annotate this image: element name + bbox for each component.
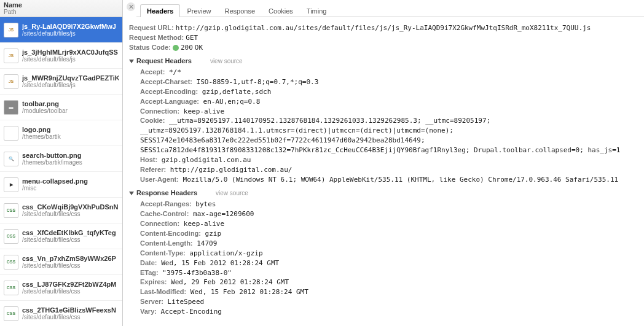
header-row: ETag: "3975-4f3b0a38-0"	[140, 268, 638, 278]
list-item[interactable]: logo.png/themes/bartik	[0, 120, 122, 146]
header-row: Cache-Control: max-age=1209600	[140, 209, 638, 219]
item-name: search-button.png	[22, 152, 82, 159]
file-type-icon: CSS	[4, 255, 18, 270]
list-item[interactable]: CSScss_LJ87GFKz9ZFt2bWZ4pM/sites/default…	[0, 275, 122, 301]
file-type-icon: CSS	[4, 229, 18, 244]
item-path: /themes/bartik	[22, 133, 61, 140]
url-label: Request URL:	[129, 24, 174, 31]
file-type-icon	[4, 126, 18, 141]
header-value: application/x-gzip	[186, 249, 263, 257]
header-value: LiteSpeed	[163, 298, 204, 306]
tab-cookies[interactable]: Cookies	[262, 4, 300, 17]
header-value: Accept-Encoding	[157, 308, 222, 316]
header-key: Last-Modified:	[140, 288, 186, 295]
header-value: 14709	[193, 239, 218, 247]
list-item[interactable]: JSjs_Ry-LaIAQD9i7X2GkwfMwJ/sites/default…	[0, 17, 122, 43]
tab-preview[interactable]: Preview	[180, 4, 218, 17]
list-item[interactable]: ▶menu-collapsed.png/misc	[0, 172, 122, 198]
file-type-icon: JS	[4, 49, 18, 63]
request-list: JSjs_Ry-LaIAQD9i7X2GkwfMwJ/sites/default…	[0, 17, 122, 326]
list-item[interactable]: CSScss_CKoWqiBj9gVXhPuDSnN/sites/default…	[0, 198, 122, 223]
list-item[interactable]: CSScss_Vn_p7xhZmS8yWWx26P/sites/default/…	[0, 249, 122, 275]
request-headers-list: Accept: */*Accept-Charset: ISO-8859-1,ut…	[129, 68, 638, 185]
header-key: Host:	[140, 156, 157, 163]
header-row: Host: gzip.glodigital.com.au	[140, 155, 638, 165]
list-item[interactable]: ▬toolbar.png/modules/toolbar	[0, 95, 122, 120]
header-key: Content-Length:	[140, 239, 193, 247]
list-item[interactable]: JSjs_3jHghIMLrjr9xXAC0JufqSS/sites/defau…	[0, 43, 122, 69]
chevron-down-icon	[129, 192, 134, 195]
request-headers-title: Request Headers	[136, 56, 192, 66]
item-name: js_MWR9njZUqvzTGadPEZTiK	[22, 74, 119, 82]
response-headers-section[interactable]: Response Headers view source	[129, 188, 638, 198]
header-value: keep-alive	[179, 107, 224, 115]
header-key: Date:	[140, 259, 157, 266]
view-source-link[interactable]: view source	[210, 57, 243, 66]
header-row: Server: LiteSpeed	[140, 297, 638, 307]
view-source-link[interactable]: view source	[216, 189, 248, 198]
item-name: logo.png	[22, 126, 61, 133]
header-row: Accept-Charset: ISO-8859-1,utf-8;q=0.7,*…	[140, 77, 638, 87]
item-name: js_3jHghIMLrjr9xXAC0JufqSS	[22, 49, 118, 56]
list-item[interactable]: CSScss_XfCdeEtKlbkG_tqfyKTeg/sites/defau…	[0, 223, 122, 249]
response-headers-title: Response Headers	[136, 188, 197, 198]
header-key: Accept:	[140, 68, 165, 76]
sidebar-header[interactable]: Name Path	[0, 0, 122, 17]
item-name: css_XfCdeEtKlbkG_tqfyKTeg	[22, 229, 116, 236]
item-name: toolbar.png	[22, 100, 68, 107]
item-path: /sites/default/files/css	[22, 236, 116, 243]
item-name: css_LJ87GFKz9ZFt2bWZ4pM	[22, 281, 116, 288]
header-row: Content-Type: application/x-gzip	[140, 249, 638, 258]
header-value: Wed, 15 Feb 2012 01:28:24 GMT	[157, 259, 280, 267]
item-path: /sites/default/files/js	[22, 82, 119, 88]
request-headers-section[interactable]: Request Headers view source	[129, 56, 638, 66]
file-type-icon: JS	[4, 74, 18, 89]
header-value: en-AU,en;q=0.8	[199, 98, 260, 106]
header-key: Server:	[140, 298, 163, 305]
tab-headers[interactable]: Headers	[140, 4, 180, 17]
sidebar: Name Path JSjs_Ry-LaIAQD9i7X2GkwfMwJ/sit…	[0, 0, 123, 326]
list-item[interactable]: JSjs_MWR9njZUqvzTGadPEZTiK/sites/default…	[0, 69, 122, 95]
header-row: Accept: */*	[140, 68, 638, 77]
chevron-down-icon	[129, 60, 134, 63]
header-key: Vary:	[140, 308, 157, 315]
header-key: Content-Encoding:	[140, 230, 201, 237]
item-name: js_Ry-LaIAQD9i7X2GkwfMwJ	[22, 23, 116, 30]
status-code: 200	[181, 44, 193, 52]
method-label: Request Method:	[129, 34, 184, 41]
header-row: Date: Wed, 15 Feb 2012 01:28:24 GMT	[140, 258, 638, 268]
header-row: Last-Modified: Wed, 15 Feb 2012 01:28:24…	[140, 287, 638, 297]
header-key: Expires:	[140, 278, 167, 285]
item-name: css_Vn_p7xhZmS8yWWx26P	[22, 255, 116, 262]
file-type-icon: CSS	[4, 306, 18, 321]
file-type-icon: ▬	[4, 100, 18, 115]
file-type-icon: 🔍	[4, 152, 18, 166]
item-path: /sites/default/files/css	[22, 314, 116, 320]
close-icon[interactable]: ✕	[127, 2, 135, 11]
header-value: gzip.glodigital.com.au	[157, 156, 251, 164]
header-key: Accept-Encoding:	[140, 88, 198, 95]
list-item[interactable]: CSScss_2THG1eGiBlizsWFeexsN/sites/defaul…	[0, 301, 122, 326]
tab-timing[interactable]: Timing	[300, 4, 334, 17]
file-type-icon: JS	[4, 23, 18, 37]
method-value: GET	[186, 34, 198, 42]
header-value: bytes	[192, 200, 216, 208]
header-value: ISO-8859-1,utf-8;q=0.7,*;q=0.3	[192, 78, 318, 86]
list-item[interactable]: 🔍search-button.png/themes/bartik/images	[0, 146, 122, 172]
header-key: Referer:	[140, 166, 166, 173]
tab-response[interactable]: Response	[218, 4, 262, 17]
header-key: Accept-Ranges:	[140, 200, 192, 208]
item-path: /sites/default/files/css	[22, 288, 116, 295]
header-row: Connection: keep-alive	[140, 107, 638, 117]
tab-bar: HeadersPreviewResponseCookiesTiming	[136, 2, 644, 17]
header-key: Connection:	[140, 107, 179, 115]
header-row: Vary: Accept-Encoding	[140, 307, 638, 317]
file-type-icon: CSS	[4, 203, 18, 218]
header-value: Wed, 29 Feb 2012 01:28:24 GMT	[167, 278, 289, 286]
header-row: Accept-Language: en-AU,en;q=0.8	[140, 97, 638, 107]
response-headers-list: Accept-Ranges: bytesCache-Control: max-a…	[129, 200, 638, 317]
item-path: /sites/default/files/js	[22, 56, 118, 63]
col-path: Path	[4, 9, 119, 15]
item-path: /themes/bartik/images	[22, 159, 82, 166]
item-path: /sites/default/files/js	[22, 30, 116, 37]
